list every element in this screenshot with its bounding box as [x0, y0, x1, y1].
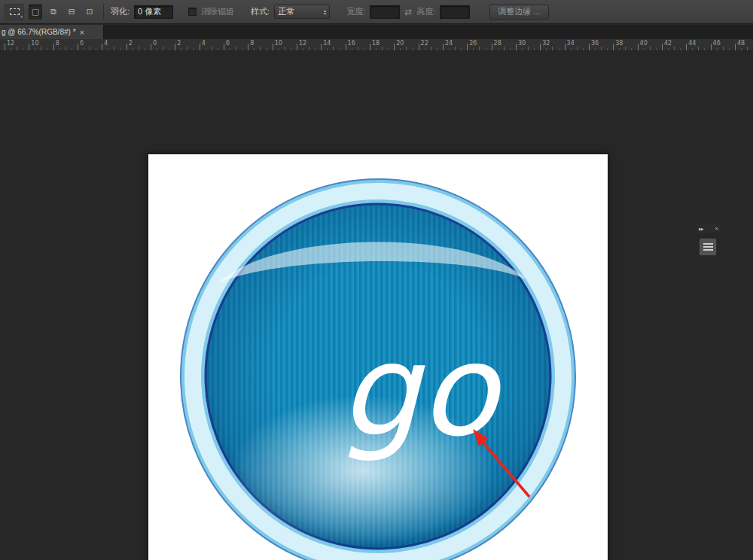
style-dropdown[interactable]: 正常 ▴▾ — [274, 5, 330, 19]
chevron-down-icon: ▾ — [20, 14, 23, 19]
tool-preset-button[interactable]: ▾ — [5, 4, 24, 20]
style-label: 样式: — [251, 6, 270, 17]
panel-icon-button[interactable] — [699, 238, 717, 256]
new-selection-icon: ▢ — [32, 7, 39, 17]
height-input[interactable] — [440, 5, 470, 19]
feather-label: 羽化: — [111, 6, 130, 17]
sliders-icon — [703, 243, 713, 251]
artwork: go — [148, 154, 608, 560]
document-canvas[interactable]: go — [148, 154, 608, 560]
document-tab[interactable]: g @ 66.7%(RGB/8#) * × — [0, 25, 104, 39]
antialias-label: 消除锯齿 — [201, 6, 234, 17]
canvas-workspace[interactable]: go ▶▶ × — [0, 51, 753, 560]
feather-input[interactable]: 0 像素 — [134, 5, 173, 19]
selection-mode-subtract-button[interactable]: ⊟ — [65, 5, 78, 20]
selection-mode-intersect-button[interactable]: ⊡ — [83, 5, 96, 20]
expand-panel-icon[interactable]: ▶▶ — [699, 227, 703, 231]
close-panel-icon[interactable]: × — [715, 226, 718, 232]
selection-mode-new-button[interactable]: ▢ — [29, 5, 42, 20]
collapsed-panel-header: ▶▶ × — [697, 224, 720, 233]
ruler[interactable]: 1210864202468101214161820222426283032343… — [0, 39, 753, 51]
antialias-checkbox[interactable] — [188, 8, 197, 16]
document-tab-title: g @ 66.7%(RGB/8#) * — [2, 28, 76, 36]
marquee-tool-icon — [10, 8, 20, 15]
tool-options-bar: ▾ ▢ ⧉ ⊟ ⊡ 羽化: 0 像素 消除锯齿 样式: 正常 ▴▾ — [0, 0, 753, 24]
refine-edge-button[interactable]: 调整边缘 ... — [489, 5, 548, 20]
intersect-selection-icon: ⊡ — [86, 7, 93, 17]
style-value: 正常 — [278, 6, 294, 17]
dropdown-arrows-icon: ▴▾ — [324, 9, 326, 15]
close-icon[interactable]: × — [80, 28, 84, 37]
photoshop-window: ▾ ▢ ⧉ ⊟ ⊡ 羽化: 0 像素 消除锯齿 样式: 正常 ▴▾ — [0, 0, 753, 560]
document-tab-bar: g @ 66.7%(RGB/8#) * × — [0, 25, 753, 39]
collapsed-panel: ▶▶ × — [697, 224, 720, 256]
swap-dimensions-icon[interactable]: ⇄ — [404, 7, 412, 17]
subtract-selection-icon: ⊟ — [68, 7, 75, 17]
add-selection-icon: ⧉ — [50, 7, 56, 17]
width-label: 宽度: — [346, 6, 365, 17]
feather-value: 0 像素 — [138, 6, 161, 17]
width-input[interactable] — [370, 5, 400, 19]
divider — [103, 5, 104, 20]
height-label: 高度: — [416, 6, 435, 17]
selection-mode-add-button[interactable]: ⧉ — [47, 5, 60, 20]
